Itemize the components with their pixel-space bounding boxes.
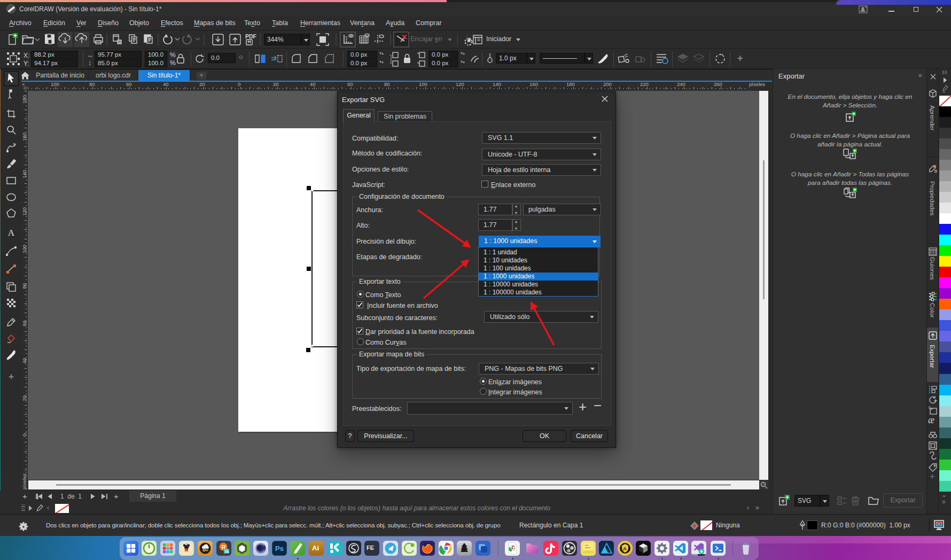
svg-text:A: A <box>623 546 627 551</box>
svg-text:PDF: PDF <box>245 33 257 40</box>
